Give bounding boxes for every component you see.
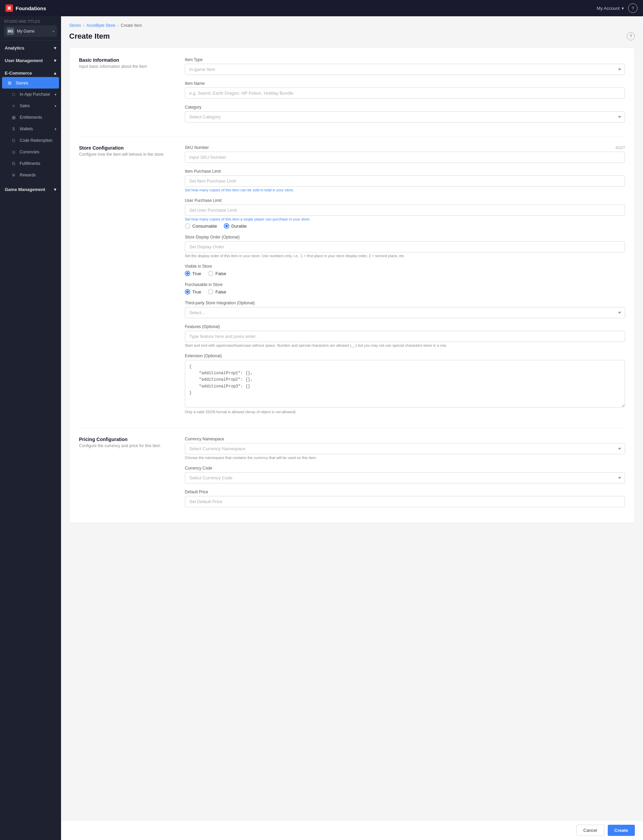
store-icon: ⊞ (7, 80, 12, 85)
sku-input[interactable] (185, 152, 625, 163)
breadcrumb-stores[interactable]: Stores (69, 23, 81, 28)
section-divider-1 (79, 137, 625, 137)
third-party-select[interactable]: Select... (185, 307, 625, 318)
sku-group: SKU Number 0/127 (185, 145, 625, 163)
cancel-button[interactable]: Cancel (576, 825, 604, 836)
purchasable-false-option[interactable]: False (208, 289, 226, 294)
studio-chevron-icon: ▾ (52, 29, 54, 33)
rewards-label: Rewards (20, 173, 36, 177)
visible-true-option[interactable]: True (185, 271, 201, 276)
user-mgmt-chevron-icon: ▾ (54, 58, 56, 63)
user-purchase-limit-input[interactable] (185, 204, 625, 216)
visible-false-label: False (215, 271, 226, 276)
durable-radio[interactable] (224, 223, 229, 229)
features-label: Features (Optional) (185, 324, 625, 329)
currency-code-group: Currency Code Select Currency Code (185, 466, 625, 484)
app-name: Foundations (16, 5, 46, 11)
purchasable-true-radio[interactable] (185, 289, 190, 294)
currency-code-select[interactable]: Select Currency Code (185, 472, 625, 484)
visible-true-label: True (192, 271, 201, 276)
extension-textarea[interactable]: { "additionalProp1": {}, "additionalProp… (185, 360, 625, 407)
help-button[interactable]: ? (628, 3, 638, 13)
consumable-label: Consumable (192, 224, 217, 229)
item-type-select[interactable]: In-game Item (185, 64, 625, 75)
visible-false-radio[interactable] (208, 271, 213, 276)
purchasable-false-radio[interactable] (208, 289, 213, 294)
item-type-group: Item Type In-game Item (185, 57, 625, 75)
third-party-group: Third-party Store Integration (Optional)… (185, 301, 625, 318)
durable-option[interactable]: Durable (224, 223, 247, 229)
store-config-desc: Configure how the item will behave in th… (79, 152, 174, 157)
purchasable-true-option[interactable]: True (185, 289, 201, 294)
default-price-label: Default Price (185, 490, 625, 494)
nav-ecommerce-section: E-Commerce ▴ ⊞ Stores ◻ In-App Purchase … (0, 66, 61, 182)
fulfillments-icon: ⊟ (11, 161, 16, 166)
nav-game-mgmt-header[interactable]: Game Management ▾ (0, 183, 61, 193)
wallets-label: Wallets (20, 127, 33, 131)
breadcrumb-sep-2: › (118, 23, 119, 28)
purchase-chevron-icon: ▾ (55, 93, 56, 96)
pricing-config-desc: Configure the currency and price for thi… (79, 443, 174, 448)
sales-icon: ≡ (11, 103, 16, 109)
ecommerce-chevron-icon: ▴ (54, 70, 56, 76)
item-purchase-limit-label: Item Purchase Limit (185, 169, 625, 174)
create-button[interactable]: Create (608, 825, 635, 836)
sku-label-row: SKU Number 0/127 (185, 145, 625, 150)
item-purchase-limit-input[interactable] (185, 175, 625, 186)
sidebar-item-in-app-purchase[interactable]: ◻ In-App Purchase ▾ (0, 88, 61, 100)
sidebar-item-entitlements[interactable]: ▦ Entitlements (0, 112, 61, 123)
studio-selector[interactable]: MG My Game ▾ (4, 25, 57, 37)
store-config-fields: SKU Number 0/127 Item Purchase Limit Set… (185, 145, 625, 420)
nav-user-mgmt-header[interactable]: User Management ▾ (0, 55, 61, 64)
app-logo: Foundations (5, 5, 46, 12)
sidebar-item-rewards[interactable]: ⊕ Rewards (0, 169, 61, 181)
currency-namespace-select[interactable]: Select Currency Namespace (185, 443, 625, 454)
purchasable-in-store-label: Purchasable in Store (185, 282, 625, 287)
consumable-radio[interactable] (185, 223, 190, 229)
category-select[interactable]: Select Category (185, 111, 625, 123)
my-account-label: My Account (597, 6, 620, 11)
sidebar-item-wallets[interactable]: $ Wallets ▾ (0, 123, 61, 135)
features-input[interactable] (185, 331, 625, 342)
breadcrumb-accelyte[interactable]: AccelByte Store (86, 23, 115, 28)
default-price-input[interactable] (185, 496, 625, 507)
basic-info-label: Basic Information Input basic informatio… (79, 57, 174, 129)
currency-namespace-hint: Choose the namespace that contains the c… (185, 456, 625, 460)
item-name-label: Item Name (185, 81, 625, 86)
sidebar-item-currencies[interactable]: ◎ Currencies (0, 146, 61, 158)
game-mgmt-label: Game Management (5, 187, 45, 192)
nav-analytics-header[interactable]: Analytics ▾ (0, 42, 61, 52)
my-account-button[interactable]: My Account ▾ (597, 6, 624, 11)
sidebar-item-stores[interactable]: ⊞ Stores (2, 77, 59, 88)
visible-radio-group: True False (185, 271, 625, 276)
consumable-option[interactable]: Consumable (185, 223, 217, 229)
purchasable-in-store-group: Purchasable in Store True False (185, 282, 625, 294)
basic-info-fields: Item Type In-game Item Item Name Categor… (185, 57, 625, 129)
default-price-group: Default Price (185, 490, 625, 507)
extension-hint: Only a valid JSON format is allowed (Arr… (185, 410, 625, 414)
sidebar-item-code-redemption[interactable]: ⊡ Code Redemption (0, 135, 61, 146)
purchasable-true-label: True (192, 289, 201, 294)
page-help-button[interactable]: ? (627, 32, 635, 40)
store-config-section: Store Configuration Configure how the it… (79, 145, 625, 420)
nav-ecommerce-header[interactable]: E-Commerce ▴ (0, 67, 61, 77)
breadcrumb-current: Create Item (121, 23, 142, 28)
visible-false-option[interactable]: False (208, 271, 226, 276)
features-hint: Start and end with uppercase/lowercase w… (185, 343, 625, 347)
item-name-input[interactable] (185, 88, 625, 99)
game-mgmt-chevron-icon: ▾ (54, 187, 56, 192)
visible-true-radio[interactable] (185, 271, 190, 276)
sidebar-item-sales[interactable]: ≡ Sales ▾ (0, 100, 61, 112)
extension-label: Extension (Optional) (185, 353, 625, 358)
page-title-row: Create Item ? (69, 32, 635, 41)
sidebar-item-fulfillments[interactable]: ⊟ Fulfillments (0, 158, 61, 169)
studio-avatar: MG (7, 28, 14, 35)
basic-info-desc: Input basic information about the item (79, 64, 174, 69)
user-purchase-hint: Set how many copies of this item a singl… (185, 217, 625, 221)
extension-group: Extension (Optional) { "additionalProp1"… (185, 353, 625, 414)
bottom-action-bar: Cancel Create (61, 820, 643, 840)
purchasable-radio-group: True False (185, 289, 625, 294)
display-order-input[interactable] (185, 241, 625, 252)
display-order-label: Store Display Order (Optional) (185, 235, 625, 240)
entitlements-icon: ▦ (11, 115, 16, 120)
